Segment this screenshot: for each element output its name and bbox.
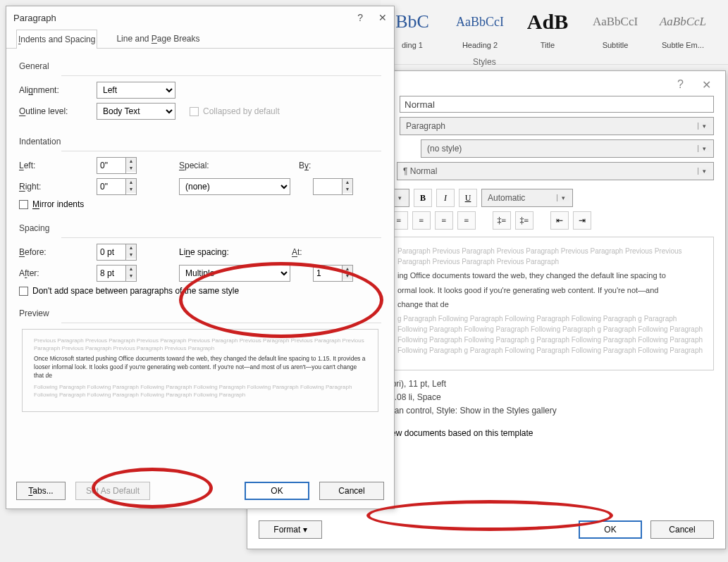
line-spacing-inc-button[interactable]: ‡≡ — [493, 211, 511, 230]
font-color-value: Automatic — [488, 193, 525, 203]
at-spinner[interactable]: ▲▼ — [313, 265, 353, 282]
desc-line2: 1.08 li, Space — [390, 391, 714, 404]
spinner-buttons[interactable]: ▲▼ — [126, 178, 137, 195]
mirror-indents-checkbox[interactable]: Mirror indents — [19, 199, 381, 209]
spinner-buttons[interactable]: ▲▼ — [126, 265, 137, 282]
style-description: ibri), 11 pt, Left 1.08 li, Space han co… — [390, 377, 714, 418]
style-gallery-item[interactable]: AaBbCcLSubtle Em... — [655, 3, 710, 64]
ok-button[interactable]: OK — [245, 482, 309, 500]
spinner-buttons[interactable]: ▲▼ — [343, 265, 353, 282]
indent-left-label: Left: — [19, 161, 90, 170]
dont-add-space-checkbox[interactable]: Don't add space between paragraphs of th… — [19, 286, 381, 296]
line-spacing-label: Line spacing: — [179, 247, 257, 257]
outline-level-select[interactable]: Body Text — [97, 103, 175, 120]
checkbox-icon — [190, 107, 199, 116]
desc-line3: han control, Style: Show in the Styles g… — [390, 404, 714, 418]
dont-add-space-label: Don't add space between paragraphs of th… — [32, 286, 239, 296]
format-menu-button[interactable]: Format ▾ — [259, 520, 322, 539]
chevron-down-icon: ▾ — [557, 194, 569, 201]
special-label: Special: — [179, 161, 228, 170]
desc-line1: ibri), 11 pt, Left — [390, 377, 714, 391]
alignment-toolbar: ≡ ≡ ≡ ≡ ‡≡ ‡≡ ⇤ ⇥ — [390, 211, 714, 230]
indent-right-input[interactable] — [97, 178, 126, 195]
style-preview: Paragraph Previous Paragraph Previous Pa… — [390, 237, 714, 370]
collapsed-label: Collapsed by default — [203, 106, 280, 116]
by-input[interactable] — [313, 178, 343, 195]
special-indent-select[interactable]: (none) — [179, 178, 290, 195]
preview-sample: Once Microsoft started pushing Office do… — [34, 355, 366, 380]
close-icon[interactable]: ✕ — [378, 12, 387, 23]
before-label: Before: — [19, 247, 90, 257]
cancel-button[interactable]: Cancel — [319, 482, 384, 500]
tab-indents-spacing[interactable]: IIndents and Spacingndents and Spacing — [16, 30, 97, 49]
increase-indent-button[interactable]: ⇥ — [573, 211, 591, 230]
after-spinner[interactable]: ▲▼ — [97, 265, 137, 282]
close-icon[interactable]: ✕ — [702, 78, 711, 92]
italic-button[interactable]: I — [436, 189, 455, 207]
following-paragraph-select[interactable]: ¶ Normal▾ — [397, 162, 714, 180]
indent-left-input[interactable] — [97, 157, 126, 174]
styles-pane-title: Styles — [473, 57, 496, 67]
before-spinner[interactable]: ▲▼ — [97, 244, 137, 261]
group-general: General — [19, 61, 381, 71]
set-as-default-button[interactable]: Set As Default — [75, 482, 150, 500]
preview-grey-after: g Paragraph Following Paragraph Followin… — [397, 313, 706, 356]
group-indentation: Indentation — [19, 137, 381, 146]
preview-sample-line1: ing Office documents toward the web, the… — [397, 270, 706, 282]
alignment-label: Alignment: — [19, 85, 90, 95]
chevron-down-icon: ▾ — [698, 145, 710, 152]
new-documents-template-radio[interactable]: New documents based on this template — [371, 428, 533, 438]
after-input[interactable] — [97, 265, 126, 282]
style-gallery-item[interactable]: AaBbCEmpha — [723, 3, 728, 64]
tabs-button[interactable]: Tabs... — [16, 482, 66, 500]
decrease-indent-button[interactable]: ⇤ — [550, 211, 569, 230]
preview-grey-after: Following Paragraph Following Paragraph … — [34, 383, 366, 399]
radio-label: New documents based on this template — [385, 428, 533, 438]
underline-button[interactable]: U — [459, 189, 477, 207]
collapsed-checkbox: Collapsed by default — [190, 106, 280, 116]
based-on-select[interactable]: (no style)▾ — [421, 139, 714, 158]
indent-right-spinner[interactable]: ▲▼ — [97, 178, 137, 195]
spinner-buttons[interactable]: ▲▼ — [126, 157, 137, 174]
style-gallery-item[interactable]: AaBbCcISubtitle — [588, 3, 643, 64]
tab-strip: IIndents and Spacingndents and Spacing L… — [6, 29, 394, 49]
style-gallery-item[interactable]: AdBTitle — [520, 3, 575, 64]
at-input[interactable] — [313, 265, 343, 282]
preview-grey-before: Paragraph Previous Paragraph Previous Pa… — [397, 246, 706, 267]
preview-sample-line3: change that de — [397, 299, 706, 311]
help-icon[interactable]: ? — [677, 78, 684, 92]
preview-sample-line2: ormal look. It looks good if you're gene… — [397, 285, 706, 296]
indent-left-spinner[interactable]: ▲▼ — [97, 157, 137, 174]
spinner-buttons[interactable]: ▲▼ — [126, 244, 137, 261]
by-spinner[interactable]: ▲▼ — [313, 178, 353, 195]
font-color-select[interactable]: Automatic▾ — [481, 189, 573, 207]
line-spacing-dec-button[interactable]: ‡≡ — [515, 211, 533, 230]
style-gallery: BbCding 1AaBbCcIHeading 2AdBTitleAaBbCcI… — [381, 0, 728, 65]
align-right-button[interactable]: ≡ — [435, 211, 453, 230]
bold-button[interactable]: B — [414, 189, 432, 207]
style-name-input[interactable] — [400, 96, 714, 113]
style-type-select[interactable]: Paragraph▾ — [400, 117, 714, 135]
group-preview: Preview — [19, 308, 381, 318]
style-type-value: Paragraph — [406, 121, 445, 131]
outline-level-label: Outline level: — [19, 106, 90, 116]
help-icon[interactable]: ? — [357, 12, 363, 23]
group-spacing: Spacing — [19, 223, 381, 233]
preview-grey-before: Previous Paragraph Previous Paragraph Pr… — [34, 337, 366, 352]
checkbox-icon — [19, 287, 28, 296]
ok-button[interactable]: OK — [579, 520, 642, 539]
style-gallery-item[interactable]: AaBbCcIHeading 2 — [452, 3, 507, 64]
alignment-select[interactable]: Left — [97, 82, 175, 99]
dialog-title: Paragraph — [13, 13, 56, 23]
align-center-button[interactable]: ≡ — [412, 211, 431, 230]
line-spacing-select[interactable]: Multiple — [179, 265, 290, 282]
tab-line-page-breaks[interactable]: Line and Page Breaks — [114, 29, 202, 48]
based-on-value: (no style) — [427, 144, 462, 154]
spinner-buttons[interactable]: ▲▼ — [343, 178, 353, 195]
chevron-down-icon: ▾ — [698, 123, 710, 130]
before-input[interactable] — [97, 244, 126, 261]
cancel-button[interactable]: Cancel — [650, 520, 714, 539]
align-justify-button[interactable]: ≡ — [457, 211, 476, 230]
formatting-toolbar: ▾ B I U Automatic▾ — [390, 189, 714, 207]
chevron-down-icon: ▾ — [698, 168, 710, 175]
